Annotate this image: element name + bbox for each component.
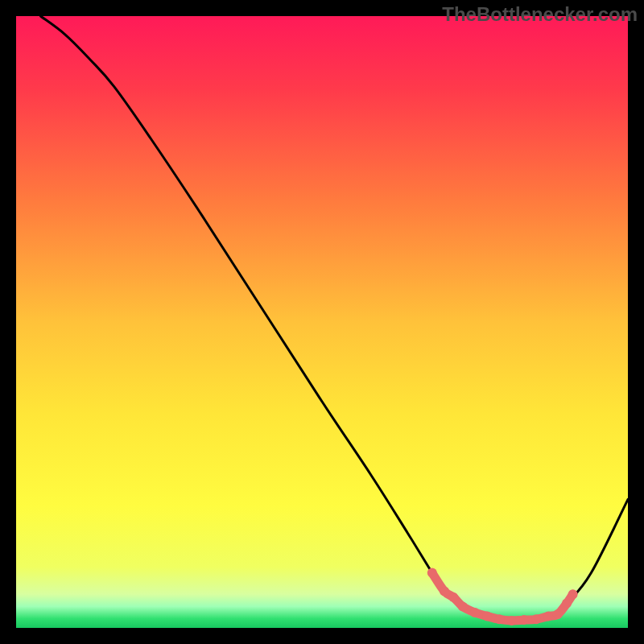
valley-dot	[519, 615, 529, 625]
valley-dot	[531, 614, 541, 624]
valley-dot	[482, 612, 492, 621]
gradient-background	[16, 16, 628, 628]
valley-dot	[448, 592, 458, 602]
valley-dot	[543, 612, 553, 621]
valley-dot	[494, 614, 504, 624]
valley-dot	[568, 589, 578, 599]
valley-dot	[507, 616, 517, 625]
chart-root: TheBottlenecker.com	[0, 0, 644, 644]
valley-dot	[427, 568, 437, 578]
valley-dot	[440, 586, 449, 596]
valley-dot	[458, 601, 468, 611]
valley-dot	[562, 599, 572, 609]
plot-area	[16, 16, 628, 628]
watermark-text: TheBottlenecker.com	[442, 3, 638, 26]
chart-svg	[16, 16, 628, 628]
valley-dot	[553, 609, 563, 619]
valley-dot	[470, 608, 480, 617]
